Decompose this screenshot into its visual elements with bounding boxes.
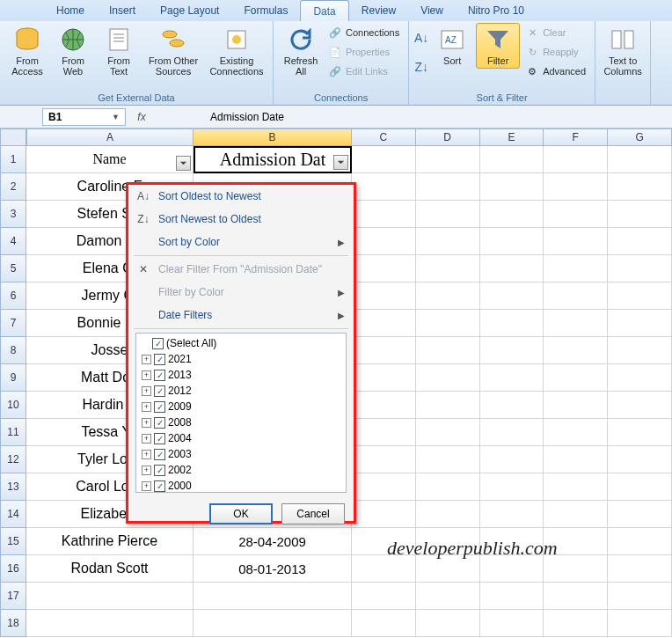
col-header-a[interactable]: A xyxy=(26,128,194,146)
cell[interactable] xyxy=(480,228,544,255)
connections-button[interactable]: 🔗Connections xyxy=(325,23,403,42)
row-header[interactable]: 10 xyxy=(0,392,26,419)
cell[interactable] xyxy=(352,473,416,501)
cell[interactable] xyxy=(544,583,608,610)
checkbox-icon[interactable] xyxy=(154,465,165,476)
cell[interactable] xyxy=(544,364,608,392)
cell[interactable] xyxy=(480,446,544,473)
expand-icon[interactable]: + xyxy=(142,370,151,380)
cell[interactable] xyxy=(352,201,416,228)
expand-icon[interactable]: + xyxy=(142,450,151,459)
cell[interactable] xyxy=(544,173,608,201)
cell[interactable] xyxy=(608,501,672,528)
tab-nitro[interactable]: Nitro Pro 10 xyxy=(456,0,537,21)
cell[interactable]: Name xyxy=(26,146,194,173)
sort-by-color[interactable]: Sort by Color▶ xyxy=(128,231,354,253)
col-header-b[interactable]: B xyxy=(194,128,352,146)
cell[interactable] xyxy=(352,255,416,282)
expand-icon[interactable]: + xyxy=(142,418,151,428)
row-header[interactable]: 2 xyxy=(0,173,26,201)
cell[interactable] xyxy=(480,419,544,446)
cell[interactable] xyxy=(416,583,480,610)
cell[interactable] xyxy=(544,201,608,228)
cell[interactable] xyxy=(544,501,608,528)
col-header-e[interactable]: E xyxy=(480,128,544,146)
sort-oldest-newest[interactable]: A↓Sort Oldest to Newest xyxy=(128,185,354,208)
cell[interactable] xyxy=(480,173,544,201)
cell[interactable] xyxy=(480,501,544,528)
cell[interactable] xyxy=(26,610,194,637)
cell[interactable] xyxy=(544,310,608,337)
existing-connections-button[interactable]: Existing Connections xyxy=(206,23,267,79)
cell[interactable] xyxy=(608,146,672,173)
from-access-button[interactable]: From Access xyxy=(5,23,49,79)
tab-insert[interactable]: Insert xyxy=(97,0,148,21)
cell[interactable] xyxy=(416,419,480,446)
row-header[interactable]: 16 xyxy=(0,555,26,583)
row-header[interactable]: 15 xyxy=(0,528,26,555)
row-header[interactable]: 13 xyxy=(0,473,26,501)
cell[interactable] xyxy=(544,228,608,255)
filter-button[interactable]: Filter xyxy=(476,23,520,69)
checkbox-icon[interactable] xyxy=(154,449,165,460)
cell[interactable] xyxy=(352,583,416,610)
col-header-d[interactable]: D xyxy=(416,128,480,146)
cell[interactable]: Admission Dat xyxy=(194,146,352,173)
checkbox-icon[interactable] xyxy=(154,417,165,429)
clear-filter-button[interactable]: ✕Clear xyxy=(522,23,589,42)
cell[interactable] xyxy=(352,146,416,173)
cell[interactable] xyxy=(608,228,672,255)
row-header[interactable]: 12 xyxy=(0,446,26,473)
cell[interactable] xyxy=(544,337,608,364)
cell[interactable] xyxy=(480,610,544,637)
checkbox-icon[interactable] xyxy=(154,401,165,413)
expand-icon[interactable]: + xyxy=(142,386,151,396)
cell[interactable] xyxy=(544,255,608,282)
cell[interactable] xyxy=(416,446,480,473)
expand-icon[interactable]: + xyxy=(142,355,151,364)
cell[interactable]: Rodan Scott xyxy=(26,555,194,583)
checkbox-icon[interactable] xyxy=(154,433,165,444)
cell[interactable] xyxy=(416,201,480,228)
cell[interactable] xyxy=(608,255,672,282)
cell[interactable] xyxy=(416,310,480,337)
cell[interactable] xyxy=(416,228,480,255)
properties-button[interactable]: 📄Properties xyxy=(325,42,403,62)
edit-links-button[interactable]: 🔗Edit Links xyxy=(325,62,403,81)
cell[interactable] xyxy=(416,392,480,419)
tree-year-item[interactable]: +2012 xyxy=(138,383,344,399)
cell[interactable] xyxy=(352,419,416,446)
tree-year-item[interactable]: +2002 xyxy=(138,462,344,478)
cell[interactable] xyxy=(352,228,416,255)
cell[interactable] xyxy=(480,255,544,282)
cell[interactable] xyxy=(480,473,544,501)
checkbox-icon[interactable] xyxy=(154,370,165,381)
cell[interactable] xyxy=(480,310,544,337)
row-header[interactable]: 11 xyxy=(0,419,26,446)
cell[interactable] xyxy=(352,337,416,364)
reapply-button[interactable]: ↻Reapply xyxy=(522,42,589,62)
tree-year-item[interactable]: +2004 xyxy=(138,430,344,446)
col-header-g[interactable]: G xyxy=(608,128,672,146)
expand-icon[interactable]: + xyxy=(142,402,151,412)
cell[interactable] xyxy=(608,173,672,201)
tab-view[interactable]: View xyxy=(408,0,456,21)
cell[interactable]: 28-04-2009 xyxy=(194,528,352,555)
cell[interactable] xyxy=(480,337,544,364)
fx-icon[interactable]: fx xyxy=(131,111,152,123)
row-header[interactable]: 7 xyxy=(0,310,26,337)
tree-year-item[interactable]: +2021 xyxy=(138,351,344,367)
tab-home[interactable]: Home xyxy=(44,0,97,21)
cell[interactable] xyxy=(544,473,608,501)
cell[interactable] xyxy=(352,282,416,310)
expand-icon[interactable]: + xyxy=(142,466,151,475)
cell[interactable] xyxy=(608,201,672,228)
refresh-all-button[interactable]: Refresh All xyxy=(279,23,323,79)
cell[interactable] xyxy=(352,610,416,637)
cell[interactable] xyxy=(480,392,544,419)
tab-page-layout[interactable]: Page Layout xyxy=(148,0,231,21)
tree-year-item[interactable]: +2003 xyxy=(138,446,344,462)
cell[interactable] xyxy=(26,583,194,610)
row-header[interactable]: 3 xyxy=(0,201,26,228)
cell[interactable] xyxy=(352,446,416,473)
